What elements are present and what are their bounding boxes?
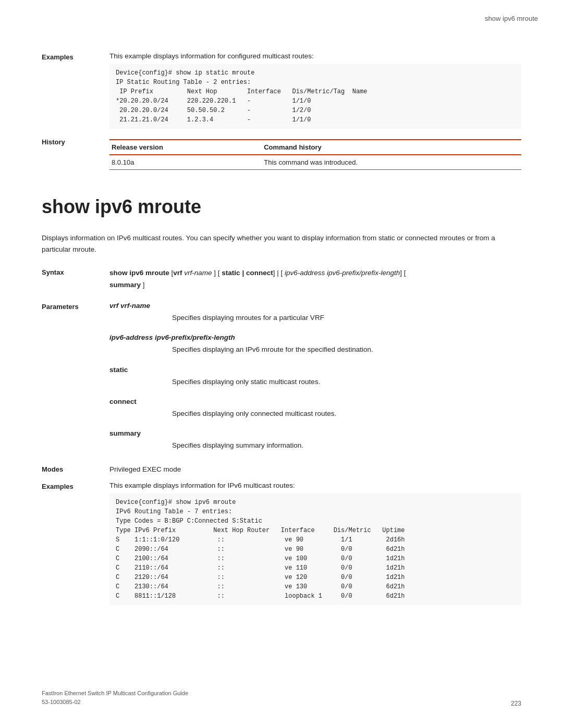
command-heading: show ipv6 mroute [42, 196, 521, 218]
examples-label-bottom: Examples [42, 482, 109, 605]
param-block-connect: connect Specifies displaying only connec… [109, 398, 521, 419]
top-examples-section: Examples This example displays informati… [42, 52, 521, 129]
history-label: History [42, 137, 109, 170]
param-name-vrf: vrf vrf-name [109, 302, 521, 310]
examples-desc-top: This example displays information for co… [109, 52, 521, 60]
param-desc-static: Specifies displaying only static multica… [172, 377, 521, 387]
footer-left: FastIron Ethernet Switch IP Multicast Co… [42, 689, 188, 707]
param-name-static: static [109, 366, 521, 374]
examples-code-top: Device{config}# show ip static mroute IP… [109, 64, 521, 129]
history-table: Release version Command history 8.0.10a … [109, 139, 521, 170]
command-description: Displays information on IPv6 multicast r… [42, 232, 521, 255]
param-desc-summary: Specifies displaying summary information… [172, 440, 521, 451]
param-block-summary: summary Specifies displaying summary inf… [109, 429, 521, 451]
footer-line2: 53-1003085-02 [42, 698, 188, 707]
syntax-row: Syntax show ipv6 mroute [vrf vrf-name ] … [42, 267, 521, 291]
modes-label: Modes [42, 465, 109, 473]
param-block-vrf: vrf vrf-name Specifies displaying mroute… [109, 302, 521, 323]
examples-desc-bottom: This example displays information for IP… [109, 482, 521, 489]
examples-content-bottom: This example displays information for IP… [109, 482, 521, 605]
modes-value: Privileged EXEC mode [109, 465, 521, 473]
history-content: Release version Command history 8.0.10a … [109, 137, 521, 170]
params-content: vrf vrf-name Specifies displaying mroute… [109, 302, 521, 461]
param-name-connect: connect [109, 398, 521, 405]
param-desc-connect: Specifies displaying only connected mult… [172, 409, 521, 419]
param-desc-vrf: Specifies displaying mroutes for a parti… [172, 313, 521, 323]
param-block-ipv6: ipv6-address ipv6-prefix/prefix-length S… [109, 334, 521, 355]
modes-row: Modes Privileged EXEC mode [42, 465, 521, 473]
history-col2-header: Command history [262, 140, 521, 155]
history-section: History Release version Command history … [42, 137, 521, 170]
syntax-label: Syntax [42, 267, 109, 291]
footer-page-number: 223 [511, 700, 521, 707]
params-row: Parameters vrf vrf-name Specifies displa… [42, 302, 521, 461]
examples-row-bottom: Examples This example displays informati… [42, 482, 521, 605]
syntax-content: show ipv6 mroute [vrf vrf-name ] [ stati… [109, 267, 521, 291]
param-desc-ipv6: Specifies displaying an IPv6 mroute for … [172, 344, 521, 355]
param-name-summary: summary [109, 429, 521, 437]
examples-content-top: This example displays information for co… [109, 52, 521, 129]
examples-label-top: Examples [42, 52, 109, 129]
footer-line1: FastIron Ethernet Switch IP Multicast Co… [42, 689, 188, 698]
history-col1-header: Release version [109, 140, 262, 155]
params-label: Parameters [42, 302, 109, 461]
param-block-static: static Specifies displaying only static … [109, 366, 521, 387]
history-row: 8.0.10a This command was introduced. [109, 155, 521, 170]
param-name-ipv6: ipv6-address ipv6-prefix/prefix-length [109, 334, 521, 341]
page-header-right: show ipv6 mroute [485, 15, 538, 22]
history-version: 8.0.10a [109, 155, 262, 170]
page-footer: FastIron Ethernet Switch IP Multicast Co… [42, 689, 521, 707]
history-description: This command was introduced. [262, 155, 521, 170]
examples-code-bottom: Device{config}# show ipv6 mroute IPv6 Ro… [109, 493, 521, 605]
